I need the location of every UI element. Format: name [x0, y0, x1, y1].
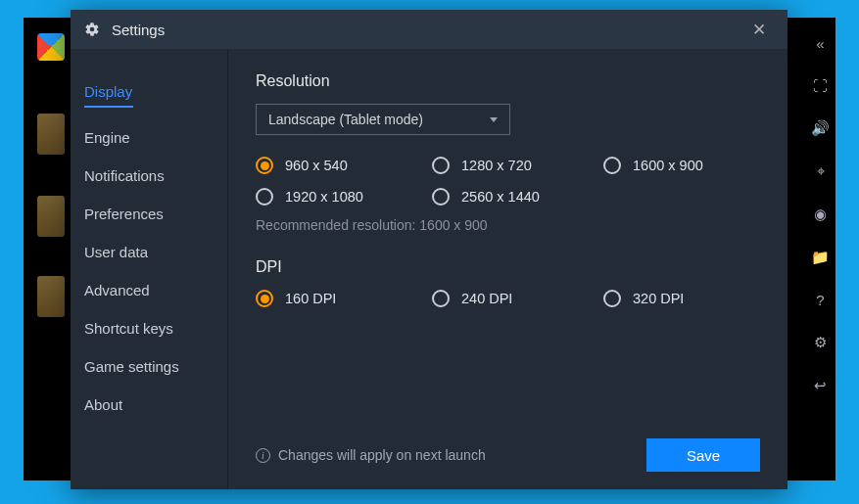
sidebar-item-engine[interactable]: Engine	[82, 118, 227, 157]
resolution-option[interactable]: 1600 x 900	[603, 157, 760, 174]
info-icon: i	[256, 448, 270, 463]
dpi-label: 160 DPI	[285, 291, 336, 306]
chevron-down-icon	[490, 117, 498, 122]
radio-icon	[256, 290, 273, 307]
sidebar-item-preferences[interactable]: Preferences	[82, 195, 227, 233]
sidebar-item-label: Display	[84, 83, 132, 100]
folder-icon[interactable]: 📁	[811, 249, 830, 266]
game-thumbnail	[37, 276, 65, 317]
dpi-label: 240 DPI	[461, 291, 512, 306]
dpi-heading: DPI	[256, 258, 760, 276]
settings-sidebar: DisplayEngineNotificationsPreferencesUse…	[71, 49, 228, 489]
sidebar-item-label: About	[84, 396, 122, 413]
radio-icon	[603, 290, 621, 307]
sidebar-item-label: Preferences	[84, 206, 164, 222]
radio-icon	[603, 157, 621, 174]
sidebar-item-label: User data	[84, 244, 148, 260]
game-thumbnail	[37, 196, 65, 237]
back-icon[interactable]: ↩	[814, 377, 827, 394]
resolution-label: 1600 x 900	[633, 158, 703, 173]
sidebar-item-label: Engine	[84, 129, 130, 146]
modal-title: Settings	[112, 22, 165, 38]
resolution-label: 2560 x 1440	[461, 189, 540, 205]
help-icon[interactable]: ?	[816, 292, 824, 308]
resolution-label: 960 x 540	[285, 158, 348, 173]
sidebar-item-label: Shortcut keys	[84, 320, 173, 337]
resolution-option[interactable]: 960 x 540	[256, 157, 432, 174]
gear-icon	[84, 22, 100, 37]
sidebar-item-label: Notifications	[84, 167, 165, 184]
info-message: i Changes will apply on next launch	[256, 447, 486, 463]
resolution-option[interactable]: 1920 x 1080	[256, 188, 432, 206]
info-text: Changes will apply on next launch	[278, 447, 486, 463]
right-toolbar: « ⛶ 🔊 ⌖ ◉ 📁 ? ⚙ ↩	[811, 35, 830, 394]
sidebar-item-about[interactable]: About	[82, 386, 227, 424]
resolution-label: 1280 x 720	[461, 158, 532, 173]
dpi-option[interactable]: 160 DPI	[256, 290, 432, 307]
orientation-selected-value: Landscape (Tablet mode)	[268, 112, 423, 127]
radio-icon	[432, 290, 450, 307]
radio-icon	[432, 157, 450, 174]
modal-header: Settings ✕	[71, 10, 787, 49]
resolution-option[interactable]: 1280 x 720	[432, 157, 603, 174]
settings-modal: Settings ✕ DisplayEngineNotificationsPre…	[71, 10, 787, 489]
radio-icon	[256, 157, 273, 174]
sidebar-item-notifications[interactable]: Notifications	[82, 157, 227, 195]
close-icon[interactable]: ✕	[744, 16, 774, 44]
radio-icon	[256, 188, 273, 206]
orientation-select[interactable]: Landscape (Tablet mode)	[256, 104, 510, 135]
modal-footer: i Changes will apply on next launch Save	[256, 438, 760, 472]
dpi-options: 160 DPI240 DPI320 DPI	[256, 290, 760, 307]
dpi-option[interactable]: 320 DPI	[603, 290, 760, 307]
sidebar-item-user-data[interactable]: User data	[82, 233, 227, 271]
resolution-label: 1920 x 1080	[285, 189, 363, 205]
game-thumbnail	[37, 114, 65, 155]
sidebar-item-game-settings[interactable]: Game settings	[82, 347, 227, 386]
sidebar-item-label: Game settings	[84, 358, 179, 375]
sidebar-item-display[interactable]: Display	[82, 72, 227, 118]
location-icon[interactable]: ⌖	[817, 162, 825, 180]
resolution-options: 960 x 5401280 x 7201600 x 9001920 x 1080…	[256, 157, 760, 206]
gear-icon[interactable]: ⚙	[814, 334, 827, 351]
bluestacks-logo-icon	[37, 33, 65, 61]
sidebar-item-shortcut-keys[interactable]: Shortcut keys	[82, 309, 227, 347]
camera-icon[interactable]: ◉	[814, 206, 827, 223]
save-button[interactable]: Save	[646, 438, 760, 472]
volume-icon[interactable]: 🔊	[811, 119, 830, 137]
sidebar-item-advanced[interactable]: Advanced	[82, 271, 227, 309]
sidebar-item-label: Advanced	[84, 282, 150, 298]
radio-icon	[432, 188, 450, 206]
fullscreen-icon[interactable]: ⛶	[813, 77, 828, 94]
dpi-label: 320 DPI	[633, 291, 684, 306]
settings-content: Resolution Landscape (Tablet mode) 960 x…	[228, 49, 787, 489]
resolution-heading: Resolution	[256, 72, 760, 90]
recommended-resolution-text: Recommended resolution: 1600 x 900	[256, 217, 760, 233]
resolution-option[interactable]: 2560 x 1440	[432, 188, 603, 206]
collapse-icon[interactable]: «	[816, 35, 824, 52]
dpi-option[interactable]: 240 DPI	[432, 290, 603, 307]
